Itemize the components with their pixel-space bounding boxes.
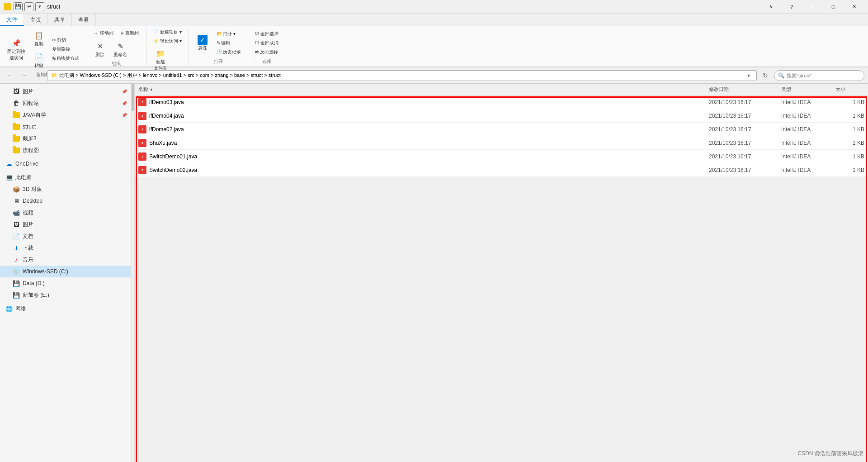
sidebar-item-desktop[interactable]: 🖥 Desktop <box>0 195 131 207</box>
address-chevron-icon[interactable]: ▾ <box>744 70 753 81</box>
sidebar-item-this-pc[interactable]: 💻 此电脑 <box>0 171 131 183</box>
up-btn[interactable]: ↑ <box>33 70 44 81</box>
sidebar-label-windows-ssd: Windows-SSD (C:) <box>23 268 68 275</box>
sidebar-item-struct[interactable]: struct <box>0 121 131 133</box>
new-vol-e-icon: 💾 <box>13 291 20 299</box>
close-btn[interactable]: ✕ <box>844 0 864 14</box>
col-header-date[interactable]: 修改日期 <box>705 84 778 95</box>
paste-icon: 📄 <box>33 52 44 62</box>
sidebar-item-data-d[interactable]: 💾 Data (D:) <box>0 277 131 289</box>
col-header-type[interactable]: 类型 <box>778 84 832 95</box>
sidebar-item-music[interactable]: ♪ 音乐 <box>0 254 131 266</box>
file-date-cell: 2021/10/23 16:17 <box>705 99 778 105</box>
table-row[interactable]: J ifDemo04.java 2021/10/23 16:17 Intelli… <box>135 109 868 123</box>
table-row[interactable]: J SwitchDemo02.java 2021/10/23 16:17 Int… <box>135 163 868 177</box>
sidebar-item-new-vol-e[interactable]: 💾 新加卷 (E:) <box>0 289 131 301</box>
table-row[interactable]: J ifDome02.java 2021/10/23 16:17 Intelli… <box>135 123 868 136</box>
music-icon: ♪ <box>13 256 20 263</box>
select-all-btn[interactable]: ☑ 全部选择 <box>253 30 281 38</box>
ribbon-tabs: 文件 主页 共享 查看 <box>0 14 868 26</box>
folder-pictures-icon: 🖼 <box>13 88 20 95</box>
forward-btn[interactable]: → <box>18 70 30 81</box>
table-row[interactable]: J ShuXu.java 2021/10/23 16:17 IntelliJ I… <box>135 136 868 150</box>
invert-select-btn[interactable]: ⇌ 反向选择 <box>253 48 280 56</box>
pin-quickaccess-btn[interactable]: 📌 固定到快速访问 <box>5 36 28 63</box>
file-name-cell: J ifDemo03.java <box>135 98 705 106</box>
paste-shortcut-btn[interactable]: 粘贴快捷方式 <box>50 54 81 62</box>
refresh-btn[interactable]: ↻ <box>760 70 771 81</box>
sidebar-item-onedrive[interactable]: ☁ OneDrive <box>0 158 131 170</box>
cut-btn[interactable]: ✂ 剪切 <box>50 36 81 44</box>
tab-home[interactable]: 主页 <box>24 14 48 26</box>
rename-btn[interactable]: ✎ 重命名 <box>111 39 130 60</box>
file-type-cell: IntelliJ IDEA <box>778 126 832 133</box>
help-btn[interactable]: ? <box>781 0 802 14</box>
sidebar-label-flowchart: 流程图 <box>23 147 39 154</box>
sidebar: 🖼 图片 📌 🗑 回收站 📌 JAVA自学 📌 struct <box>0 84 131 462</box>
maximize-btn[interactable]: □ <box>823 0 844 14</box>
sidebar-item-documents[interactable]: 📄 文档 <box>0 230 131 242</box>
network-icon: 🌐 <box>5 305 13 312</box>
sidebar-item-3d-objects[interactable]: 📦 3D 对象 <box>0 183 131 195</box>
sidebar-item-pictures2[interactable]: 🖼 图片 <box>0 219 131 230</box>
search-box[interactable]: 🔍 <box>774 70 864 81</box>
scrollbar-thumb[interactable] <box>132 84 134 111</box>
tab-file[interactable]: 文件 <box>0 14 24 26</box>
windows-ssd-icon: 💿 <box>13 268 20 275</box>
sidebar-item-windows-ssd[interactable]: 💿 Windows-SSD (C:) <box>0 266 131 277</box>
sidebar-item-video[interactable]: 📹 视频 <box>0 207 131 219</box>
sidebar-item-network[interactable]: 🌐 网络 <box>0 303 131 314</box>
delete-icon: ✕ <box>94 41 105 52</box>
tab-share[interactable]: 共享 <box>48 14 72 26</box>
sidebar-scrollbar[interactable] <box>131 84 135 462</box>
new-folder-icon: 📁 <box>155 48 166 59</box>
file-type-cell: IntelliJ IDEA <box>778 99 832 105</box>
java-file-icon: J <box>138 139 146 147</box>
new-folder-btn[interactable]: 📁 新建文件夹 <box>151 46 170 73</box>
watermark: CSDN @浩浩荡荡乘风破浪 <box>797 450 863 457</box>
sort-name-icon: ▲ <box>150 87 153 91</box>
address-input[interactable]: 📁 此电脑 > Windows-SSD (C:) > 用户 > lenovo >… <box>47 70 757 81</box>
table-row[interactable]: J SwitchDemo01.java 2021/10/23 16:17 Int… <box>135 150 868 163</box>
col-header-size[interactable]: 大小 <box>832 84 868 95</box>
delete-btn[interactable]: ✕ 删除 <box>91 39 109 60</box>
expand-ribbon-btn[interactable]: ∧ <box>760 0 781 14</box>
tab-view[interactable]: 查看 <box>72 14 96 26</box>
sidebar-label-video: 视频 <box>23 209 33 217</box>
qa-undo-btn[interactable]: ↩ <box>24 2 33 11</box>
sidebar-item-java-study[interactable]: JAVA自学 📌 <box>0 109 131 121</box>
new-item-btn[interactable]: 📄 新建项目 ▾ <box>151 28 184 36</box>
group-clipboard: 📌 固定到快速访问 📋 复制 📄 粘贴 ✂ 剪切 复制路径 <box>0 28 86 65</box>
file-date-cell: 2021/10/23 16:17 <box>705 153 778 160</box>
edit-btn[interactable]: ✎ 编辑 <box>214 39 244 47</box>
search-input[interactable] <box>787 73 860 78</box>
col-header-name[interactable]: 名称 ▲ <box>135 84 705 95</box>
history-btn[interactable]: 🕐 历史记录 <box>214 48 244 56</box>
pin-indicator: 📌 <box>122 89 127 94</box>
deselect-all-btn[interactable]: ☐ 全部取消 <box>253 39 281 47</box>
properties-btn[interactable]: ✓ 属性 <box>193 33 212 53</box>
easy-access-btn[interactable]: ⚡ 轻松访问 ▾ <box>151 37 184 45</box>
sidebar-label-network: 网络 <box>15 305 26 313</box>
copy-path-btn[interactable]: 复制路径 <box>50 45 81 53</box>
copy-to-btn[interactable]: ⎘ 复制到 <box>118 28 142 38</box>
copy-btn[interactable]: 📋 复制 <box>30 28 48 49</box>
pictures2-icon: 🖼 <box>13 221 20 228</box>
table-row[interactable]: J ifDemo03.java 2021/10/23 16:17 Intelli… <box>135 95 868 109</box>
ribbon: 文件 主页 共享 查看 📌 固定到快速访问 📋 复制 📄 <box>0 14 868 67</box>
search-icon: 🔍 <box>778 72 785 79</box>
paste-btn[interactable]: 📄 粘贴 <box>30 50 48 71</box>
qa-save-btn[interactable]: 💾 <box>14 2 23 11</box>
sidebar-item-pictures-quick[interactable]: 🖼 图片 📌 <box>0 86 131 97</box>
open-btn[interactable]: 📂 打开 ▾ <box>214 30 244 38</box>
sidebar-label-new-vol-e: 新加卷 (E:) <box>23 291 49 299</box>
back-btn[interactable]: ← <box>4 70 15 81</box>
minimize-btn[interactable]: ─ <box>802 0 823 14</box>
sidebar-item-screenshot[interactable]: 截屏3 <box>0 133 131 144</box>
sidebar-item-flowchart[interactable]: 流程图 <box>0 144 131 156</box>
group-select: ☑ 全部选择 ☐ 全部取消 ⇌ 反向选择 选择 <box>248 28 285 65</box>
move-to-btn[interactable]: → 移动到 <box>91 28 116 38</box>
sidebar-item-recycle[interactable]: 🗑 回收站 📌 <box>0 97 131 109</box>
qa-dropdown-btn[interactable]: ▾ <box>35 2 44 11</box>
sidebar-item-downloads[interactable]: ⬇ 下载 <box>0 242 131 254</box>
